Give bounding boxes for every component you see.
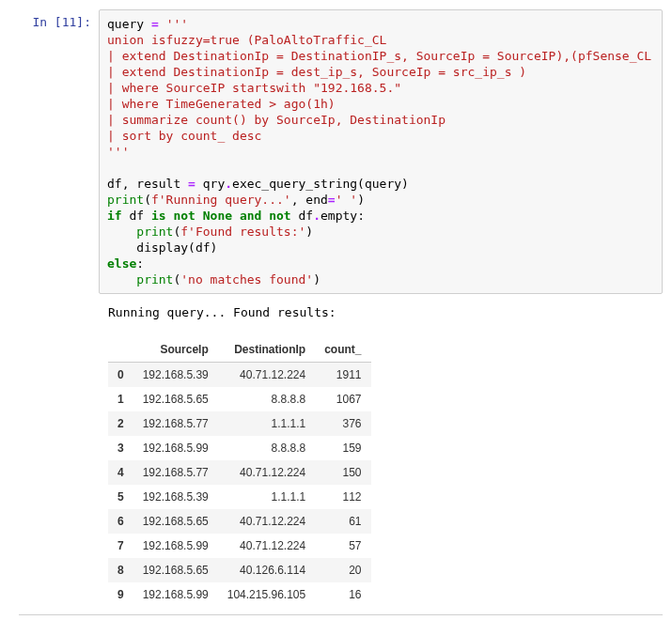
code-token: | extend DestinationIp = dest_ip_s, Sour… <box>107 65 526 79</box>
row-index: 4 <box>108 460 133 485</box>
code-token: ) <box>357 193 365 207</box>
table-cell: 1911 <box>315 363 370 388</box>
table-cell: 192.168.5.77 <box>133 411 218 436</box>
code-token: if <box>107 209 122 223</box>
code-token <box>195 209 203 223</box>
code-token: qry <box>195 177 225 191</box>
column-header: SourceIp <box>133 337 218 363</box>
table-cell: 192.168.5.39 <box>133 363 218 388</box>
table-cell: 20 <box>315 558 370 582</box>
table-cell: 1067 <box>315 387 370 411</box>
table-row: 7192.168.5.9940.71.12.22457 <box>108 534 371 558</box>
code-token: ''' <box>166 17 188 31</box>
table-cell: 104.215.96.105 <box>218 582 315 607</box>
row-index: 9 <box>108 582 133 607</box>
code-token: union isfuzzy=true (PaloAltoTraffic_CL <box>107 33 386 47</box>
code-token: f'Found results:' <box>180 225 305 239</box>
code-token: : <box>136 256 144 271</box>
table-row: 4192.168.5.7740.71.12.224150 <box>108 460 371 485</box>
table-cell: 376 <box>315 411 370 436</box>
row-index: 7 <box>108 534 133 558</box>
code-token: print <box>136 225 173 239</box>
column-header: count_ <box>315 337 370 363</box>
table-cell: 1.1.1.1 <box>218 411 315 436</box>
code-token: not <box>173 209 195 223</box>
code-token: ( <box>144 193 151 207</box>
table-row: 2192.168.5.771.1.1.1376 <box>108 411 371 436</box>
table-cell: 192.168.5.39 <box>133 485 218 509</box>
input-prompt: In [11]: <box>19 9 99 29</box>
table-cell: 112 <box>315 485 370 509</box>
row-index: 1 <box>108 387 133 411</box>
code-token: df <box>291 209 313 223</box>
code-token: exec_query_string(query) <box>232 177 409 191</box>
row-index: 2 <box>108 411 133 436</box>
code-token: print <box>136 272 173 287</box>
code-token <box>159 17 166 31</box>
row-index: 5 <box>108 485 133 509</box>
code-token: df <box>122 209 151 223</box>
code-token: None <box>203 209 232 223</box>
table-cell: 40.71.12.224 <box>218 460 315 485</box>
row-index: 3 <box>108 436 133 460</box>
table-cell: 16 <box>315 582 370 607</box>
code-token: | where SourceIP startswith "192.168.5." <box>107 81 401 95</box>
table-cell: 192.168.5.77 <box>133 460 218 485</box>
stdout-text: Running query... Found results: <box>108 305 663 320</box>
table-cell: 192.168.5.99 <box>133 436 218 460</box>
row-index: 6 <box>108 509 133 534</box>
code-token: and <box>240 209 261 223</box>
table-corner <box>108 337 133 363</box>
code-token: not <box>269 209 290 223</box>
code-token: ) <box>305 225 313 239</box>
row-index: 0 <box>108 363 133 388</box>
code-token: query <box>107 17 151 31</box>
code-token: = <box>328 193 336 207</box>
code-token: ' ' <box>336 193 357 207</box>
table-cell: 40.71.12.224 <box>218 363 315 388</box>
table-cell: 57 <box>315 534 370 558</box>
code-token: | extend DestinationIp = DestinationIP_s… <box>107 49 651 63</box>
code-token: = <box>188 177 195 191</box>
table-cell: 192.168.5.65 <box>133 509 218 534</box>
divider <box>19 614 663 617</box>
code-token: f'Running query...' <box>151 193 291 207</box>
code-token: | sort by count_ desc <box>107 129 261 143</box>
code-token: | where TimeGenerated > ago(1h) <box>107 97 336 111</box>
dataframe-table: SourceIpDestinationIpcount_ 0192.168.5.3… <box>108 337 371 607</box>
code-block[interactable]: query = ''' union isfuzzy=true (PaloAlto… <box>107 16 654 287</box>
table-cell: 40.71.12.224 <box>218 509 315 534</box>
table-row: 0192.168.5.3940.71.12.2241911 <box>108 363 371 388</box>
code-token: = <box>151 17 159 31</box>
code-token <box>107 272 136 287</box>
table-cell: 40.71.12.224 <box>218 534 315 558</box>
table-cell: 192.168.5.65 <box>133 558 218 582</box>
table-cell: 8.8.8.8 <box>218 436 315 460</box>
column-header: DestinationIp <box>218 337 315 363</box>
table-row: 6192.168.5.6540.71.12.22461 <box>108 509 371 534</box>
table-cell: 8.8.8.8 <box>218 387 315 411</box>
row-index: 8 <box>108 558 133 582</box>
code-token: empty: <box>320 209 365 223</box>
code-token: print <box>107 193 144 207</box>
code-token: . <box>313 209 320 223</box>
code-token: 'no matches found' <box>180 272 313 287</box>
code-token: ''' <box>107 145 129 159</box>
code-token <box>107 225 136 239</box>
table-row: 1192.168.5.658.8.8.81067 <box>108 387 371 411</box>
output-area: Running query... Found results: SourceIp… <box>99 294 663 607</box>
code-input-area[interactable]: query = ''' union isfuzzy=true (PaloAlto… <box>99 9 663 294</box>
code-token: else <box>107 256 136 271</box>
code-token <box>232 209 240 223</box>
table-cell: 192.168.5.99 <box>133 534 218 558</box>
code-cell: In [11]: query = ''' union isfuzzy=true … <box>19 9 663 294</box>
table-row: 8192.168.5.6540.126.6.11420 <box>108 558 371 582</box>
table-cell: 159 <box>315 436 370 460</box>
table-cell: 61 <box>315 509 370 534</box>
code-token: , end <box>291 193 328 207</box>
code-token: is <box>151 209 166 223</box>
code-token: | summarize count() by SourceIp, Destina… <box>107 113 445 127</box>
code-token: display(df) <box>107 240 217 255</box>
code-token: ) <box>313 272 320 287</box>
table-row: 3192.168.5.998.8.8.8159 <box>108 436 371 460</box>
